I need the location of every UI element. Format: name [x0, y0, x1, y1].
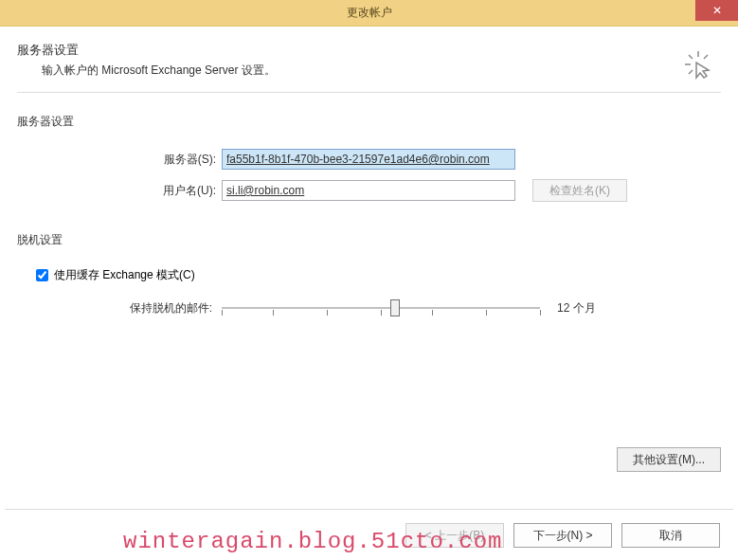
offline-settings-label: 脱机设置 — [17, 232, 721, 248]
username-row: 用户名(U): 检查姓名(K) — [17, 179, 721, 202]
close-icon: ✕ — [712, 4, 722, 17]
title-bar: 更改帐户 ✕ — [0, 0, 738, 27]
username-label: 用户名(U): — [17, 183, 222, 199]
offline-duration-slider[interactable] — [222, 297, 540, 319]
next-button[interactable]: 下一步(N) > — [513, 523, 612, 548]
slider-line — [222, 307, 540, 309]
header-section: 服务器设置 输入帐户的 Microsoft Exchange Server 设置… — [17, 42, 721, 93]
slider-thumb[interactable] — [390, 299, 400, 316]
svg-line-3 — [704, 55, 708, 59]
server-row: 服务器(S): — [17, 149, 721, 170]
cached-mode-checkbox[interactable] — [36, 269, 48, 281]
more-settings-row: 其他设置(M)... — [617, 447, 721, 472]
footer-buttons: < 上一步(B) 下一步(N) > 取消 — [5, 509, 733, 555]
cached-mode-row: 使用缓存 Exchange 模式(C) — [36, 267, 721, 283]
username-input[interactable] — [222, 180, 515, 201]
back-button[interactable]: < 上一步(B) — [405, 523, 504, 548]
server-settings-label: 服务器设置 — [17, 114, 721, 130]
close-button[interactable]: ✕ — [695, 0, 738, 21]
svg-line-2 — [689, 55, 693, 59]
cached-mode-label: 使用缓存 Exchange 模式(C) — [54, 267, 195, 283]
server-label: 服务器(S): — [17, 152, 222, 168]
window-title: 更改帐户 — [347, 5, 392, 21]
page-subtitle: 输入帐户的 Microsoft Exchange Server 设置。 — [17, 63, 721, 79]
content-area: 服务器设置 输入帐户的 Microsoft Exchange Server 设置… — [0, 27, 738, 319]
more-settings-button[interactable]: 其他设置(M)... — [617, 447, 721, 472]
keep-offline-row: 保持脱机的邮件: 12 个月 — [36, 297, 721, 319]
server-input[interactable] — [222, 149, 515, 170]
check-name-button[interactable]: 检查姓名(K) — [532, 179, 627, 202]
page-title: 服务器设置 — [17, 42, 721, 59]
cursor-click-icon — [683, 49, 713, 80]
cancel-button[interactable]: 取消 — [621, 523, 720, 548]
svg-line-4 — [689, 70, 693, 74]
keep-offline-label: 保持脱机的邮件: — [36, 300, 222, 316]
slider-value-text: 12 个月 — [557, 300, 596, 316]
